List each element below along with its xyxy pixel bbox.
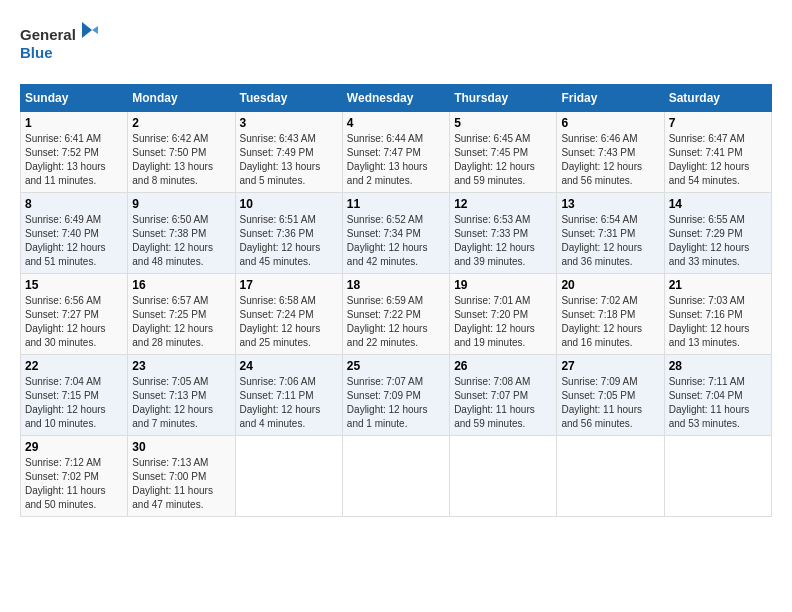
day-number: 19 — [454, 278, 552, 292]
day-info: Sunrise: 6:45 AM Sunset: 7:45 PM Dayligh… — [454, 132, 552, 188]
day-cell — [664, 436, 771, 517]
col-header-sunday: Sunday — [21, 85, 128, 112]
day-number: 3 — [240, 116, 338, 130]
day-cell — [342, 436, 449, 517]
day-number: 9 — [132, 197, 230, 211]
day-info: Sunrise: 6:51 AM Sunset: 7:36 PM Dayligh… — [240, 213, 338, 269]
day-cell: 14Sunrise: 6:55 AM Sunset: 7:29 PM Dayli… — [664, 193, 771, 274]
day-cell: 1Sunrise: 6:41 AM Sunset: 7:52 PM Daylig… — [21, 112, 128, 193]
col-header-saturday: Saturday — [664, 85, 771, 112]
day-number: 17 — [240, 278, 338, 292]
logo: General Blue — [20, 20, 100, 68]
day-cell: 13Sunrise: 6:54 AM Sunset: 7:31 PM Dayli… — [557, 193, 664, 274]
day-number: 30 — [132, 440, 230, 454]
day-cell: 5Sunrise: 6:45 AM Sunset: 7:45 PM Daylig… — [450, 112, 557, 193]
day-cell: 17Sunrise: 6:58 AM Sunset: 7:24 PM Dayli… — [235, 274, 342, 355]
day-cell: 21Sunrise: 7:03 AM Sunset: 7:16 PM Dayli… — [664, 274, 771, 355]
days-header-row: SundayMondayTuesdayWednesdayThursdayFrid… — [21, 85, 772, 112]
day-cell: 7Sunrise: 6:47 AM Sunset: 7:41 PM Daylig… — [664, 112, 771, 193]
day-info: Sunrise: 6:57 AM Sunset: 7:25 PM Dayligh… — [132, 294, 230, 350]
day-info: Sunrise: 6:56 AM Sunset: 7:27 PM Dayligh… — [25, 294, 123, 350]
day-cell: 19Sunrise: 7:01 AM Sunset: 7:20 PM Dayli… — [450, 274, 557, 355]
day-cell: 24Sunrise: 7:06 AM Sunset: 7:11 PM Dayli… — [235, 355, 342, 436]
svg-marker-3 — [92, 26, 98, 34]
day-info: Sunrise: 7:03 AM Sunset: 7:16 PM Dayligh… — [669, 294, 767, 350]
day-info: Sunrise: 6:42 AM Sunset: 7:50 PM Dayligh… — [132, 132, 230, 188]
day-number: 12 — [454, 197, 552, 211]
day-info: Sunrise: 6:55 AM Sunset: 7:29 PM Dayligh… — [669, 213, 767, 269]
day-number: 15 — [25, 278, 123, 292]
day-info: Sunrise: 7:12 AM Sunset: 7:02 PM Dayligh… — [25, 456, 123, 512]
day-cell: 22Sunrise: 7:04 AM Sunset: 7:15 PM Dayli… — [21, 355, 128, 436]
day-info: Sunrise: 6:47 AM Sunset: 7:41 PM Dayligh… — [669, 132, 767, 188]
day-cell: 4Sunrise: 6:44 AM Sunset: 7:47 PM Daylig… — [342, 112, 449, 193]
week-row-5: 29Sunrise: 7:12 AM Sunset: 7:02 PM Dayli… — [21, 436, 772, 517]
col-header-thursday: Thursday — [450, 85, 557, 112]
day-number: 8 — [25, 197, 123, 211]
day-info: Sunrise: 6:44 AM Sunset: 7:47 PM Dayligh… — [347, 132, 445, 188]
day-info: Sunrise: 7:07 AM Sunset: 7:09 PM Dayligh… — [347, 375, 445, 431]
day-number: 6 — [561, 116, 659, 130]
day-info: Sunrise: 7:01 AM Sunset: 7:20 PM Dayligh… — [454, 294, 552, 350]
day-cell: 16Sunrise: 6:57 AM Sunset: 7:25 PM Dayli… — [128, 274, 235, 355]
week-row-2: 8Sunrise: 6:49 AM Sunset: 7:40 PM Daylig… — [21, 193, 772, 274]
svg-text:Blue: Blue — [20, 44, 53, 61]
day-cell: 15Sunrise: 6:56 AM Sunset: 7:27 PM Dayli… — [21, 274, 128, 355]
day-number: 23 — [132, 359, 230, 373]
calendar-table: SundayMondayTuesdayWednesdayThursdayFrid… — [20, 84, 772, 517]
day-cell: 2Sunrise: 6:42 AM Sunset: 7:50 PM Daylig… — [128, 112, 235, 193]
col-header-friday: Friday — [557, 85, 664, 112]
day-cell: 8Sunrise: 6:49 AM Sunset: 7:40 PM Daylig… — [21, 193, 128, 274]
day-cell: 23Sunrise: 7:05 AM Sunset: 7:13 PM Dayli… — [128, 355, 235, 436]
day-cell: 9Sunrise: 6:50 AM Sunset: 7:38 PM Daylig… — [128, 193, 235, 274]
day-number: 25 — [347, 359, 445, 373]
day-info: Sunrise: 6:50 AM Sunset: 7:38 PM Dayligh… — [132, 213, 230, 269]
day-info: Sunrise: 7:04 AM Sunset: 7:15 PM Dayligh… — [25, 375, 123, 431]
day-number: 22 — [25, 359, 123, 373]
day-cell: 11Sunrise: 6:52 AM Sunset: 7:34 PM Dayli… — [342, 193, 449, 274]
day-number: 26 — [454, 359, 552, 373]
day-cell: 30Sunrise: 7:13 AM Sunset: 7:00 PM Dayli… — [128, 436, 235, 517]
day-cell: 3Sunrise: 6:43 AM Sunset: 7:49 PM Daylig… — [235, 112, 342, 193]
day-info: Sunrise: 6:46 AM Sunset: 7:43 PM Dayligh… — [561, 132, 659, 188]
day-cell: 29Sunrise: 7:12 AM Sunset: 7:02 PM Dayli… — [21, 436, 128, 517]
day-number: 2 — [132, 116, 230, 130]
day-number: 7 — [669, 116, 767, 130]
day-info: Sunrise: 7:05 AM Sunset: 7:13 PM Dayligh… — [132, 375, 230, 431]
day-info: Sunrise: 7:09 AM Sunset: 7:05 PM Dayligh… — [561, 375, 659, 431]
day-info: Sunrise: 6:54 AM Sunset: 7:31 PM Dayligh… — [561, 213, 659, 269]
day-cell: 28Sunrise: 7:11 AM Sunset: 7:04 PM Dayli… — [664, 355, 771, 436]
day-number: 4 — [347, 116, 445, 130]
day-number: 20 — [561, 278, 659, 292]
day-info: Sunrise: 7:08 AM Sunset: 7:07 PM Dayligh… — [454, 375, 552, 431]
day-number: 21 — [669, 278, 767, 292]
day-cell: 20Sunrise: 7:02 AM Sunset: 7:18 PM Dayli… — [557, 274, 664, 355]
day-info: Sunrise: 6:59 AM Sunset: 7:22 PM Dayligh… — [347, 294, 445, 350]
svg-marker-2 — [82, 22, 92, 38]
day-cell — [450, 436, 557, 517]
day-info: Sunrise: 6:49 AM Sunset: 7:40 PM Dayligh… — [25, 213, 123, 269]
day-number: 14 — [669, 197, 767, 211]
col-header-monday: Monday — [128, 85, 235, 112]
day-number: 10 — [240, 197, 338, 211]
day-cell — [235, 436, 342, 517]
day-cell: 6Sunrise: 6:46 AM Sunset: 7:43 PM Daylig… — [557, 112, 664, 193]
day-info: Sunrise: 7:02 AM Sunset: 7:18 PM Dayligh… — [561, 294, 659, 350]
day-number: 5 — [454, 116, 552, 130]
day-number: 1 — [25, 116, 123, 130]
week-row-3: 15Sunrise: 6:56 AM Sunset: 7:27 PM Dayli… — [21, 274, 772, 355]
day-number: 29 — [25, 440, 123, 454]
col-header-tuesday: Tuesday — [235, 85, 342, 112]
day-cell: 10Sunrise: 6:51 AM Sunset: 7:36 PM Dayli… — [235, 193, 342, 274]
day-number: 16 — [132, 278, 230, 292]
day-info: Sunrise: 6:41 AM Sunset: 7:52 PM Dayligh… — [25, 132, 123, 188]
day-number: 27 — [561, 359, 659, 373]
day-info: Sunrise: 7:11 AM Sunset: 7:04 PM Dayligh… — [669, 375, 767, 431]
svg-text:General: General — [20, 26, 76, 43]
day-cell: 25Sunrise: 7:07 AM Sunset: 7:09 PM Dayli… — [342, 355, 449, 436]
day-number: 24 — [240, 359, 338, 373]
col-header-wednesday: Wednesday — [342, 85, 449, 112]
day-info: Sunrise: 7:13 AM Sunset: 7:00 PM Dayligh… — [132, 456, 230, 512]
week-row-4: 22Sunrise: 7:04 AM Sunset: 7:15 PM Dayli… — [21, 355, 772, 436]
day-cell — [557, 436, 664, 517]
